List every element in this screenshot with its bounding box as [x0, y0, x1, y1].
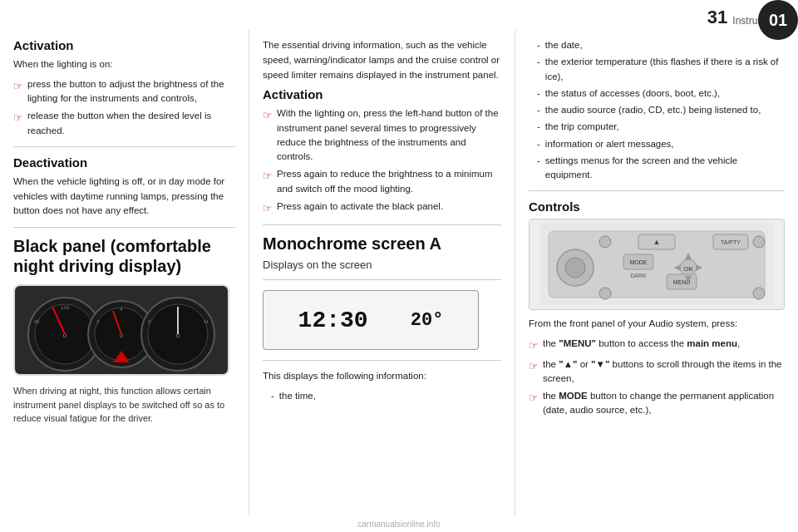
controls-caption: From the front panel of your Audio syste…: [529, 317, 785, 332]
mid-arrow-3: ☞: [263, 200, 273, 217]
info-list-item: -the audio source (radio, CD, etc.) bein…: [529, 103, 785, 117]
controls-bullet-2: ☞the "▲" or "▼" buttons to scroll throug…: [529, 357, 785, 387]
displays-subtitle: Displays on the screen: [263, 259, 501, 271]
divider-mid: [263, 224, 501, 225]
instrument-caption: When driving at night, this function all…: [13, 384, 235, 426]
svg-point-42: [599, 236, 611, 248]
info-list-item: -information or alert messages,: [529, 137, 785, 151]
page-number: 31: [707, 7, 727, 28]
monochrome-title: Monochrome screen A: [263, 234, 501, 254]
svg-point-27: [565, 258, 585, 278]
col-right: -the date,-the exterior temperature (thi…: [515, 30, 798, 515]
dash-icon: -: [537, 120, 540, 134]
activation-bullet-2: ☞ release the button when the desired le…: [13, 109, 235, 138]
mid-arrow-1: ☞: [263, 107, 273, 124]
svg-text:40: 40: [34, 319, 40, 324]
info-list-item: -settings menus for the screen and the v…: [529, 154, 785, 183]
mid-bullet-2-text: Press again to reduce the brightness to …: [277, 167, 501, 196]
dash-icon: -: [271, 389, 274, 403]
info-list-item: -the trip computer,: [529, 120, 785, 134]
info-list-item-text: information or alert messages,: [545, 137, 674, 151]
ctrl-arrow-1: ☞: [529, 337, 539, 354]
svg-text:MODE: MODE: [630, 259, 648, 265]
info-list-item-text: the date,: [545, 38, 583, 52]
mid-intro-text: The essential driving information, such …: [263, 38, 501, 82]
mid-bullet-2: ☞ Press again to reduce the brightness t…: [263, 167, 501, 196]
mid-bullet-1-text: With the lighting on, press the left-han…: [277, 106, 501, 164]
info-list-item-text: settings menus for the screen and the ve…: [545, 154, 785, 183]
controls-bullet-3: ☞the MODE button to change the permanent…: [529, 389, 785, 418]
info-list: -the date,-the exterior temperature (thi…: [529, 38, 785, 182]
ctrl-bullet-text-3: the MODE button to change the permanent …: [543, 389, 785, 418]
svg-point-43: [599, 288, 611, 299]
deactivation-title: Deactivation: [13, 155, 235, 170]
mid-arrow-2: ☞: [263, 168, 273, 185]
divider-2: [13, 227, 235, 228]
mid-bullet-3-text: Press again to activate the black panel.: [277, 200, 501, 214]
ctrl-arrow-2: ☞: [529, 358, 539, 375]
activation-title-mid: Activation: [263, 87, 501, 101]
svg-text:120: 120: [61, 305, 70, 310]
svg-point-44: [753, 288, 765, 299]
dash-icon: -: [537, 103, 540, 117]
svg-point-30: [753, 236, 765, 248]
dash-icon: -: [537, 154, 540, 168]
mid-bullet-3: ☞ Press again to activate the black pane…: [263, 200, 501, 217]
screen-time: 12:30: [298, 308, 368, 333]
footer-watermark: carmanualsionline.info: [357, 520, 441, 529]
screen-list-item-1: - the time,: [263, 389, 501, 403]
activation-title-left: Activation: [13, 38, 235, 52]
chapter-number: 01: [769, 11, 787, 30]
deactivation-text: When the vehicle lighting is off, or in …: [13, 175, 235, 219]
screen-caption: This displays the following information:: [263, 369, 501, 384]
main-layout: Activation When the lighting is on: ☞ pr…: [0, 30, 798, 515]
controls-image: ▲ TA/PTY MODE DARK OK MENU: [529, 219, 785, 310]
info-list-item-text: the audio source (radio, CD, etc.) being…: [545, 103, 761, 117]
black-panel-title: Black panel (comfortable night driving d…: [13, 236, 235, 276]
col-left: Activation When the lighting is on: ☞ pr…: [0, 30, 249, 515]
controls-svg: ▲ TA/PTY MODE DARK OK MENU: [540, 223, 773, 306]
info-list-item: -the status of accesses (doors, boot, et…: [529, 86, 785, 101]
mid-bullet-1: ☞ With the lighting on, press the left-h…: [263, 106, 501, 164]
info-list-item-text: the exterior temperature (this flashes i…: [545, 55, 785, 84]
divider-right: [529, 190, 785, 191]
dash-icon: -: [537, 38, 540, 52]
divider-mid-2: [263, 279, 501, 280]
instrument-svg: 0 40 80 120 0 2 6 4 0 F H: [15, 286, 228, 374]
activation-intro: When the lighting is on:: [13, 57, 235, 72]
activation-bullet-2-text: release the button when the desired leve…: [27, 109, 235, 138]
divider-mid-3: [263, 360, 501, 361]
svg-text:TA/PTY: TA/PTY: [721, 239, 741, 245]
activation-bullet-1-text: press the button to adjust the brightnes…: [27, 77, 235, 106]
screen-list-item-1-text: the time,: [279, 389, 316, 403]
controls-bullet-1: ☞the "MENU" button to access the main me…: [529, 337, 785, 354]
instrument-image: 0 40 80 120 0 2 6 4 0 F H: [13, 284, 229, 376]
activation-bullet-1: ☞ press the button to adjust the brightn…: [13, 77, 235, 106]
dash-icon: -: [537, 55, 540, 69]
info-list-item-text: the trip computer,: [545, 120, 619, 134]
svg-text:H: H: [204, 319, 208, 324]
info-list-item: -the exterior temperature (this flashes …: [529, 55, 785, 84]
divider-1: [13, 146, 235, 147]
dash-icon: -: [537, 137, 540, 151]
bullet-arrow-icon-2: ☞: [13, 110, 23, 126]
svg-text:F: F: [148, 319, 151, 324]
info-list-item-text: the status of accesses (doors, boot, etc…: [545, 86, 720, 101]
ctrl-bullet-text-1: the "MENU" button to access the main men…: [543, 337, 785, 351]
bullet-arrow-icon: ☞: [13, 78, 23, 95]
ctrl-arrow-3: ☞: [529, 390, 539, 406]
col-mid: The essential driving information, such …: [249, 30, 515, 515]
svg-text:DARK: DARK: [630, 273, 647, 278]
controls-bullets: ☞the "MENU" button to access the main me…: [529, 337, 785, 418]
svg-text:OK: OK: [683, 265, 693, 273]
screen-display-box: 12:30 20°: [263, 290, 479, 350]
dash-icon: -: [537, 86, 540, 101]
svg-text:▲: ▲: [653, 238, 661, 246]
controls-title: Controls: [529, 200, 785, 214]
screen-temp: 20°: [411, 310, 444, 331]
info-list-item: -the date,: [529, 38, 785, 52]
ctrl-bullet-text-2: the "▲" or "▼" buttons to scroll through…: [543, 357, 785, 387]
